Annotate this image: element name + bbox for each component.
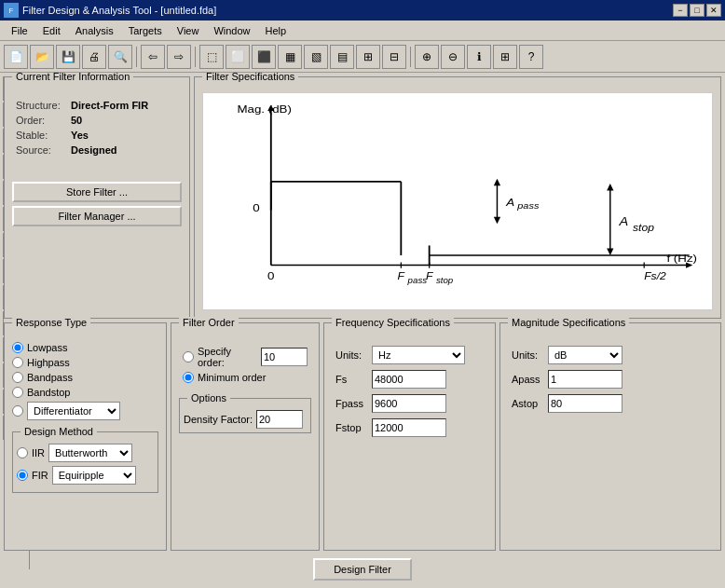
source-field: Source: Designed [16, 144, 178, 156]
print-btn[interactable]: 🖨 [82, 45, 106, 69]
minimum-order-radio[interactable] [183, 372, 194, 383]
stable-field: Stable: Yes [16, 130, 178, 141]
tool12[interactable]: ⊖ [441, 45, 465, 69]
svg-text:f (Hz): f (Hz) [666, 253, 697, 265]
menu-view[interactable]: View [170, 23, 207, 38]
tool5[interactable]: ⬛ [252, 45, 276, 69]
order-field: Order: 50 [16, 115, 178, 126]
tool7[interactable]: ▧ [304, 45, 328, 69]
minimum-order-option: Minimum order [183, 372, 308, 383]
chart-area: Mag. (dB) 0 [202, 92, 713, 310]
tool15[interactable]: ? [519, 45, 543, 69]
apass-label: Apass [512, 374, 544, 385]
bandpass-option: Bandpass [12, 372, 158, 383]
svg-text:pass: pass [516, 201, 539, 211]
tool6[interactable]: ▦ [278, 45, 302, 69]
tool2[interactable]: ⇨ [167, 45, 191, 69]
tool13[interactable]: ℹ [467, 45, 491, 69]
fpass-input[interactable] [372, 394, 446, 413]
bandpass-radio[interactable] [12, 372, 23, 383]
mag-units-row: Units: dB Linear [512, 346, 709, 364]
menu-file[interactable]: File [4, 23, 35, 38]
design-method-title: Design Method [21, 426, 97, 437]
fpass-row: Fpass [335, 394, 484, 413]
filter-manager-btn[interactable]: Filter Manager ... [12, 206, 182, 226]
svg-text:Mag. (dB): Mag. (dB) [237, 103, 292, 116]
title-bar: F Filter Design & Analysis Tool - [untit… [0, 0, 725, 21]
iir-method-select[interactable]: Butterworth [48, 444, 132, 462]
bandstop-radio[interactable] [12, 387, 23, 398]
differentiator-select[interactable]: Differentiator [27, 402, 120, 420]
structure-field: Structure: Direct-Form FIR [16, 100, 178, 111]
menu-targets[interactable]: Targets [121, 23, 170, 38]
options-title: Options [187, 392, 230, 403]
menu-analysis[interactable]: Analysis [68, 23, 121, 38]
filter-order-title: Filter Order [179, 317, 239, 328]
close-btn[interactable]: ✕ [706, 4, 721, 17]
apass-input[interactable] [548, 370, 622, 389]
differentiator-radio[interactable] [12, 405, 23, 417]
specify-order-radio[interactable] [183, 351, 194, 362]
fs-row: Fs [335, 370, 484, 389]
freq-units-select[interactable]: Hz kHz MHz Normalized (0 to 1) [372, 346, 465, 364]
fs-input[interactable] [372, 370, 446, 389]
differentiator-option: Differentiator [12, 402, 158, 420]
svg-text:F: F [398, 271, 406, 281]
top-section: Current Filter Information Structure: Di… [4, 76, 721, 319]
bandstop-label: Bandstop [27, 387, 70, 398]
open-btn[interactable]: 📂 [30, 45, 54, 69]
tool11[interactable]: ⊕ [415, 45, 439, 69]
tool9[interactable]: ⊞ [356, 45, 380, 69]
menu-window[interactable]: Window [206, 23, 257, 38]
new-btn[interactable]: 📄 [4, 45, 28, 69]
design-filter-btn[interactable]: Design Filter [313, 558, 412, 581]
filter-spec-panel: Filter Specifications Mag. (dB) [194, 76, 721, 319]
tool8[interactable]: ▤ [330, 45, 354, 69]
save-btn[interactable]: 💾 [56, 45, 80, 69]
fir-radio[interactable] [17, 470, 28, 481]
svg-text:F: F [426, 271, 434, 281]
order-value: 50 [71, 115, 82, 126]
svg-text:stop: stop [436, 276, 453, 284]
mag-units-select[interactable]: dB Linear [548, 346, 622, 364]
density-input[interactable] [256, 410, 303, 429]
filter-info-title: Current Filter Information [12, 73, 133, 82]
freq-spec-panel: Frequency Specifications Units: Hz kHz M… [323, 322, 496, 551]
fstop-label: Fstop [335, 422, 368, 433]
sep1 [136, 47, 137, 67]
maximize-btn[interactable]: □ [690, 4, 704, 17]
zoom-btn[interactable]: 🔍 [108, 45, 132, 69]
iir-radio[interactable] [17, 447, 28, 458]
current-filter-panel: Current Filter Information Structure: Di… [4, 76, 190, 319]
density-label: Density Factor: [184, 414, 253, 425]
lowpass-radio[interactable] [12, 342, 23, 353]
tool1[interactable]: ⇦ [141, 45, 165, 69]
tool3[interactable]: ⬚ [199, 45, 224, 69]
order-label: Order: [16, 115, 67, 126]
highpass-radio[interactable] [12, 357, 23, 368]
menu-help[interactable]: Help [258, 23, 294, 38]
mag-spec-panel: Magnitude Specifications Units: dB Linea… [499, 322, 721, 551]
structure-label: Structure: [16, 100, 67, 111]
iir-row: IIR Butterworth [17, 444, 154, 462]
svg-text:0: 0 [267, 270, 274, 282]
astop-input[interactable] [548, 394, 622, 413]
menu-edit[interactable]: Edit [35, 23, 68, 38]
minimum-order-label: Minimum order [198, 372, 266, 383]
astop-label: Astop [512, 398, 544, 409]
response-type-title: Response Type [12, 317, 90, 328]
svg-text:stop: stop [633, 222, 654, 232]
svg-text:Fs/2: Fs/2 [644, 271, 666, 281]
fstop-input[interactable] [372, 418, 446, 437]
iir-label: IIR [32, 447, 45, 458]
fstop-row: Fstop [335, 418, 484, 437]
specify-order-input[interactable] [261, 348, 308, 366]
fir-method-select[interactable]: Equiripple [52, 466, 136, 485]
tool10[interactable]: ⊟ [382, 45, 406, 69]
tool14[interactable]: ⊞ [493, 45, 517, 69]
sep2 [195, 47, 196, 67]
svg-text:pass: pass [407, 276, 428, 284]
store-filter-btn[interactable]: Store Filter ... [12, 182, 182, 202]
tool4[interactable]: ⬜ [226, 45, 250, 69]
minimize-btn[interactable]: − [673, 4, 688, 17]
